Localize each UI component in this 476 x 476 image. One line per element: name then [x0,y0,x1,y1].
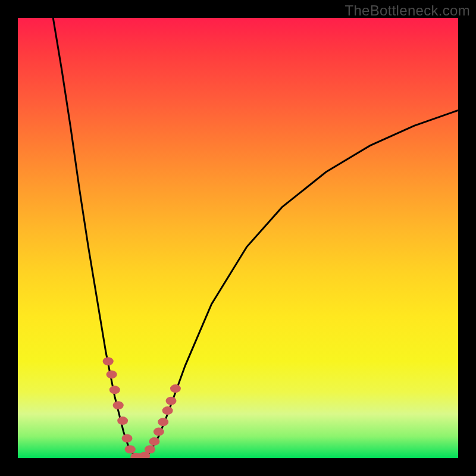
curve-svg [18,18,458,458]
marker-dot [125,445,136,453]
marker-dot [149,437,159,446]
marker-dot [170,384,181,393]
watermark-text: TheBottleneck.com [345,2,470,19]
line-right-branch [141,110,458,458]
marker-group [103,357,181,458]
marker-dot [162,406,173,415]
marker-dot [107,370,117,378]
marker-dot [103,357,114,365]
marker-dot [145,445,155,453]
marker-dot [109,386,120,394]
plot-area [18,18,458,458]
line-left-branch [53,18,141,458]
chart-frame: TheBottleneck.com [0,0,476,476]
marker-dot [166,397,177,405]
marker-dot [154,428,164,436]
marker-dot [158,418,168,426]
marker-dot [122,434,133,443]
marker-dot [117,416,128,425]
marker-dot [113,401,124,409]
